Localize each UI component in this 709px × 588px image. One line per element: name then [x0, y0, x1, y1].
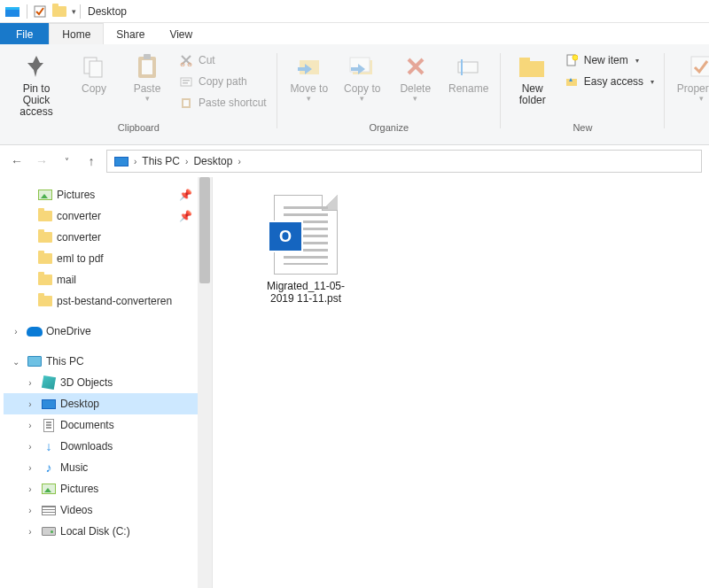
- tree-item-pictures-pc[interactable]: › Pictures: [4, 478, 212, 499]
- drive-icon: [41, 523, 57, 539]
- folder-tree: Pictures 📌 converter 📌 converter eml to …: [0, 177, 212, 549]
- chevron-right-icon[interactable]: ›: [23, 463, 37, 473]
- tree-label: converter: [57, 231, 101, 244]
- tree-item-pst-bestand[interactable]: pst-bestand-converteren: [4, 290, 212, 312]
- new-folder-button[interactable]: New folder: [508, 50, 557, 106]
- tree-item-3d-objects[interactable]: › 3D Objects: [4, 372, 212, 393]
- cut-button[interactable]: Cut: [175, 51, 270, 69]
- easy-access-button[interactable]: Easy access▾: [561, 73, 658, 90]
- nav-forward-button[interactable]: →: [32, 151, 51, 171]
- rename-button[interactable]: Rename: [444, 50, 494, 95]
- tree-item-eml-to-pdf[interactable]: eml to pdf: [4, 248, 212, 269]
- tab-home[interactable]: Home: [49, 23, 104, 44]
- qat-customize-dropdown[interactable]: ▾: [72, 7, 76, 16]
- svg-rect-21: [519, 58, 530, 63]
- tree-label: Pictures: [60, 483, 98, 495]
- group-label-clipboard: Clipboard: [118, 120, 160, 133]
- paste-shortcut-button[interactable]: Paste shortcut: [175, 94, 270, 112]
- copy-to-button[interactable]: Copy to ▾: [338, 50, 387, 104]
- svg-rect-1: [5, 7, 19, 10]
- pin-icon: 📌: [179, 189, 192, 201]
- pin-icon: [24, 51, 49, 81]
- rename-icon: [456, 51, 481, 81]
- tab-file[interactable]: File: [0, 23, 49, 44]
- tree-label: Pictures: [57, 189, 95, 201]
- file-thumbnail: O: [274, 195, 338, 275]
- tree-item-mail[interactable]: mail: [4, 269, 212, 290]
- explorer-body: Pictures 📌 converter 📌 converter eml to …: [0, 177, 709, 588]
- chevron-down-icon[interactable]: ⌄: [9, 357, 23, 367]
- chevron-right-icon[interactable]: ›: [23, 527, 37, 537]
- breadcrumb-desktop[interactable]: Desktop: [190, 155, 236, 167]
- tree-label: converter: [57, 210, 101, 222]
- downloads-icon: ↓: [41, 438, 57, 454]
- tree-item-videos[interactable]: › Videos: [4, 499, 212, 521]
- breadcrumb-sep[interactable]: ›: [183, 157, 190, 166]
- tree-label: This PC: [46, 355, 84, 368]
- copy-path-icon: [179, 74, 193, 89]
- tree-item-local-disk-c[interactable]: › Local Disk (C:): [4, 521, 212, 542]
- tab-view[interactable]: View: [157, 23, 205, 44]
- chevron-right-icon[interactable]: ›: [23, 506, 37, 515]
- nav-back-button[interactable]: ←: [7, 151, 27, 171]
- svg-rect-6: [142, 60, 152, 74]
- copy-path-button[interactable]: Copy path: [175, 73, 270, 90]
- tree-item-converter-2[interactable]: converter: [4, 227, 212, 248]
- tree-item-music[interactable]: › ♪ Music: [4, 457, 212, 478]
- folder-icon: [37, 251, 53, 267]
- copy-path-label: Copy path: [199, 75, 247, 88]
- tree-item-converter[interactable]: converter 📌: [4, 205, 212, 227]
- ribbon-group-new: New folder New item▾ Easy access▾ New: [501, 50, 665, 144]
- tree-item-downloads[interactable]: › ↓ Downloads: [4, 436, 212, 457]
- nav-scrollbar[interactable]: [198, 177, 212, 588]
- breadcrumb-sep[interactable]: ›: [236, 157, 242, 166]
- new-item-icon: [565, 53, 579, 67]
- qat-properties-icon[interactable]: [31, 3, 49, 20]
- properties-button[interactable]: Properties ▾: [672, 50, 709, 104]
- chevron-right-icon[interactable]: ›: [23, 378, 37, 388]
- tree-label: Music: [60, 461, 88, 474]
- qat-newfolder-icon[interactable]: [51, 3, 68, 20]
- address-bar[interactable]: › This PC › Desktop ›: [106, 150, 702, 173]
- paste-shortcut-label: Paste shortcut: [199, 97, 267, 109]
- breadcrumb-root-icon[interactable]: [111, 157, 132, 166]
- videos-icon: [41, 502, 57, 518]
- breadcrumb-sep[interactable]: ›: [132, 157, 138, 166]
- nav-scroll-thumb[interactable]: [199, 177, 210, 283]
- tree-item-this-pc[interactable]: ⌄ This PC: [4, 351, 212, 372]
- chevron-right-icon[interactable]: ›: [23, 399, 37, 409]
- new-folder-label: New folder: [510, 83, 556, 106]
- new-item-button[interactable]: New item▾: [561, 51, 658, 69]
- tree-item-onedrive[interactable]: › OneDrive: [4, 321, 212, 342]
- svg-rect-11: [183, 80, 190, 81]
- nav-recent-dropdown[interactable]: ˅: [57, 151, 76, 171]
- nav-up-button[interactable]: ↑: [82, 151, 101, 171]
- breadcrumb-this-pc[interactable]: This PC: [138, 155, 183, 167]
- chevron-right-icon[interactable]: ›: [23, 421, 37, 430]
- pictures-icon: [41, 481, 57, 497]
- chevron-right-icon[interactable]: ›: [9, 327, 23, 337]
- cut-icon: [179, 53, 193, 67]
- delete-button[interactable]: Delete ▾: [391, 50, 440, 104]
- cut-label: Cut: [199, 54, 215, 66]
- pin-to-quick-access-button[interactable]: Pin to Quick access: [7, 50, 66, 119]
- copy-button[interactable]: Copy: [69, 50, 119, 95]
- titlebar-separator: [27, 4, 27, 19]
- paste-shortcut-icon: [179, 96, 193, 110]
- tree-label: Documents: [60, 419, 114, 431]
- svg-rect-10: [181, 78, 191, 86]
- file-name-label: Migrated_11-05-2019 11-11.pst: [257, 280, 354, 306]
- chevron-right-icon[interactable]: ›: [23, 484, 37, 494]
- file-item-pst[interactable]: O Migrated_11-05-2019 11-11.pst: [257, 195, 354, 306]
- tree-item-desktop[interactable]: › Desktop: [4, 393, 212, 414]
- file-list-area[interactable]: O Migrated_11-05-2019 11-11.pst: [213, 177, 709, 588]
- move-to-button[interactable]: Move to ▾: [284, 50, 334, 104]
- properties-icon: [690, 51, 709, 81]
- title-bar: ▾ Desktop: [0, 0, 709, 23]
- chevron-right-icon[interactable]: ›: [23, 442, 37, 452]
- tree-item-documents[interactable]: › Documents: [4, 414, 212, 436]
- paste-button[interactable]: Paste ▾: [122, 50, 172, 104]
- tab-share[interactable]: Share: [104, 23, 157, 44]
- explorer-icon: [4, 3, 21, 20]
- tree-item-pictures[interactable]: Pictures 📌: [4, 184, 212, 205]
